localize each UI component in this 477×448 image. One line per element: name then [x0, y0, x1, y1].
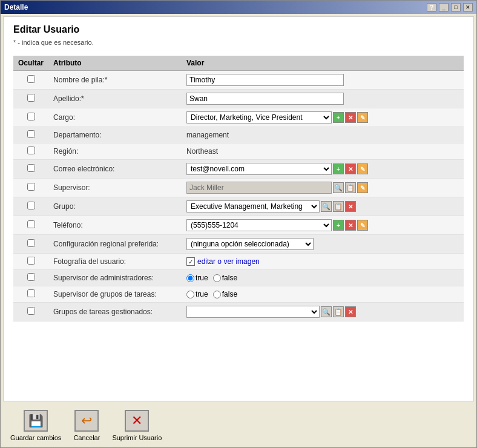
hide-cell	[13, 71, 48, 90]
correo-add-btn[interactable]: +	[333, 163, 344, 174]
hide-cell	[13, 127, 48, 143]
value-cell-apellido	[182, 90, 464, 108]
radio-group-superadmin: true false	[186, 274, 459, 282]
nombre-input[interactable]	[186, 74, 344, 86]
correo-select[interactable]: test@novell.com	[186, 163, 332, 175]
attr-label-superadmin: Supervisor de administradores:	[48, 270, 182, 286]
gruposgestionados-copy-btn[interactable]: 📋	[333, 306, 344, 317]
supervisor-input[interactable]	[186, 182, 332, 194]
cargo-edit-btn[interactable]: ✎	[357, 112, 368, 123]
delete-button[interactable]: ✕ Suprimir Usuario	[112, 410, 162, 441]
table-row: Nombre de pila:*	[13, 71, 464, 90]
attr-label-apellido: Apellido:*	[48, 90, 182, 108]
radio-true-input-supergrupos[interactable]	[186, 291, 194, 298]
form-table: Ocultar Atributo Valor Nombre de pila:*	[13, 56, 464, 321]
apellido-input[interactable]	[186, 93, 344, 105]
hide-checkbox-config[interactable]	[27, 239, 35, 247]
table-row: Región: Northeast	[13, 143, 464, 160]
checkbox-icon: ✓	[186, 257, 195, 266]
restore-button[interactable]: □	[451, 3, 461, 12]
hide-checkbox-cargo[interactable]	[27, 113, 35, 120]
attr-label-foto: Fotografía del usuario:	[48, 254, 182, 270]
telefono-edit-btn[interactable]: ✎	[357, 220, 368, 231]
grupo-select[interactable]: Executive Management, Marketing	[186, 200, 320, 212]
telefono-select[interactable]: (555)555-1204	[186, 219, 332, 231]
hide-checkbox-foto[interactable]	[27, 257, 35, 265]
content-area: Editar Usuario * - indica que es necesar…	[3, 16, 474, 401]
value-cell-supervisor: 🔍 📋 ✎	[182, 179, 464, 197]
hide-checkbox-region[interactable]	[27, 147, 35, 154]
header-attribute: Atributo	[48, 56, 182, 71]
cancel-label: Cancelar	[73, 434, 100, 441]
attr-label-supervisor: Supervisor:	[48, 179, 182, 197]
hide-cell	[13, 254, 48, 270]
gruposgestionados-search-btn[interactable]: 🔍	[321, 306, 332, 317]
window-controls: ? _ □ ✕	[427, 3, 473, 12]
cancel-button[interactable]: ↩ Cancelar	[73, 410, 100, 441]
cargo-remove-btn[interactable]: ✕	[345, 112, 356, 123]
hide-cell	[13, 303, 48, 321]
hide-cell	[13, 108, 48, 127]
hide-cell	[13, 270, 48, 286]
value-cell-correo: test@novell.com + ✕ ✎	[182, 160, 464, 179]
grupo-search-btn[interactable]: 🔍	[321, 201, 332, 212]
radio-false-superadmin[interactable]: false	[213, 274, 237, 282]
table-row: Fotografía del usuario: ✓ editar o ver i…	[13, 254, 464, 270]
hide-checkbox-apellido[interactable]	[27, 94, 35, 102]
supervisor-edit-btn[interactable]: ✎	[357, 182, 368, 193]
delete-icon: ✕	[125, 410, 149, 432]
attr-label-region: Región:	[48, 143, 182, 160]
radio-false-input-supergrupos[interactable]	[213, 291, 221, 298]
gruposgestionados-select[interactable]	[186, 306, 320, 318]
table-row: Teléfono: (555)555-1204 + ✕ ✎	[13, 216, 464, 235]
titlebar: Detalle ? _ □ ✕	[1, 1, 476, 14]
hide-checkbox-departamento[interactable]	[27, 130, 35, 138]
cargo-select[interactable]: Director, Marketing, Vice President	[186, 111, 332, 124]
correo-remove-btn[interactable]: ✕	[345, 163, 356, 174]
radio-true-superadmin[interactable]: true	[186, 274, 208, 282]
hide-checkbox-correo[interactable]	[27, 164, 35, 172]
hide-checkbox-supergrupos[interactable]	[27, 289, 35, 297]
hide-checkbox-telefono[interactable]	[27, 220, 35, 228]
radio-false-supergrupos[interactable]: false	[213, 290, 237, 298]
attr-label-config: Configuración regional preferida:	[48, 235, 182, 254]
supervisor-copy-btn[interactable]: 📋	[345, 182, 356, 193]
help-button[interactable]: ?	[427, 3, 436, 12]
edit-image-link[interactable]: ✓ editar o ver imagen	[186, 257, 459, 266]
telefono-add-btn[interactable]: +	[333, 220, 344, 231]
minimize-button[interactable]: _	[439, 3, 449, 12]
grupo-remove-btn[interactable]: ✕	[345, 201, 356, 212]
cargo-add-btn[interactable]: +	[333, 112, 344, 123]
gruposgestionados-remove-btn[interactable]: ✕	[345, 306, 356, 317]
correo-edit-btn[interactable]: ✎	[357, 163, 368, 174]
hide-cell	[13, 143, 48, 160]
table-row: Departamento: management	[13, 127, 464, 143]
header-value: Valor	[182, 56, 464, 71]
radio-true-input-superadmin[interactable]	[186, 274, 194, 282]
value-cell-superadmin: true false	[182, 270, 464, 286]
hide-cell	[13, 235, 48, 254]
table-row: Grupos de tareas gestionados: 🔍 📋 ✕	[13, 303, 464, 321]
radio-false-input-superadmin[interactable]	[213, 274, 221, 282]
hide-checkbox-supervisor[interactable]	[27, 183, 35, 191]
hide-checkbox-grupo[interactable]	[27, 202, 35, 209]
radio-true-supergrupos[interactable]: true	[186, 290, 208, 298]
grupo-copy-btn[interactable]: 📋	[333, 201, 344, 212]
supervisor-search-btn[interactable]: 🔍	[333, 182, 344, 193]
hide-checkbox-superadmin[interactable]	[27, 273, 35, 281]
attr-label-telefono: Teléfono:	[48, 216, 182, 235]
save-button[interactable]: 💾 Guardar cambios	[10, 410, 61, 441]
config-select[interactable]: (ninguna opción seleccionada)	[186, 238, 314, 250]
close-button[interactable]: ✕	[463, 3, 473, 12]
table-row: Apellido:*	[13, 90, 464, 108]
footer: 💾 Guardar cambios ↩ Cancelar ✕ Suprimir …	[1, 404, 476, 447]
telefono-remove-btn[interactable]: ✕	[345, 220, 356, 231]
value-cell-departamento: management	[182, 127, 464, 143]
save-label: Guardar cambios	[10, 434, 61, 441]
attr-label-nombre: Nombre de pila:*	[48, 71, 182, 90]
hide-cell	[13, 160, 48, 179]
main-window: Detalle ? _ □ ✕ Editar Usuario * - indic…	[0, 0, 477, 448]
hide-checkbox-gruposgestionados[interactable]	[27, 307, 35, 315]
hide-cell	[13, 90, 48, 108]
hide-checkbox-nombre[interactable]	[27, 75, 35, 83]
